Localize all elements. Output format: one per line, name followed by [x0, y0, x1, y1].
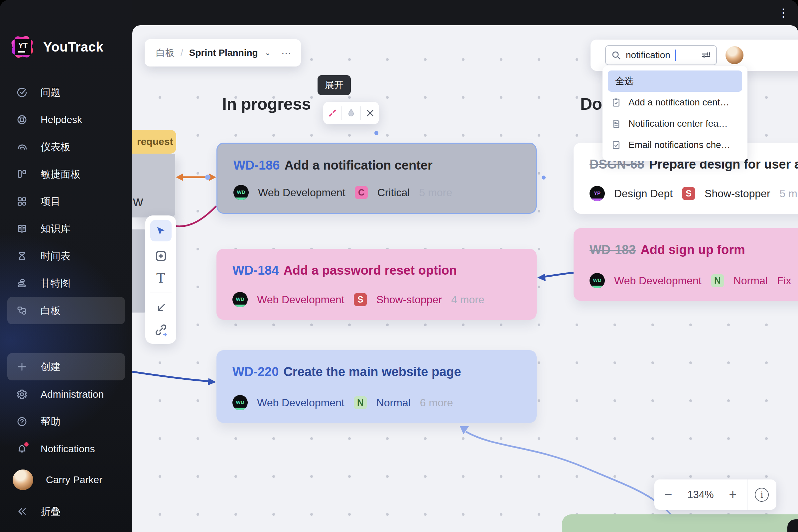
zoom-out-button[interactable]: −	[654, 487, 682, 502]
breadcrumb-current[interactable]: Sprint Planning	[189, 48, 258, 58]
filter-sliders-icon[interactable]	[701, 50, 711, 60]
sidebar-item-profile[interactable]: Carry Parker	[7, 466, 125, 493]
create-button[interactable]: 创建	[7, 353, 125, 380]
zoom-level: 134%	[682, 489, 719, 501]
hourglass-icon	[16, 250, 28, 262]
chevrons-left-icon	[16, 506, 28, 517]
sidebar-item-administration[interactable]: Administration	[7, 381, 125, 408]
logo-text: YouTrack	[43, 40, 103, 55]
sidebar-item-dashboards[interactable]: 仪表板	[7, 133, 125, 160]
tool-palette: T	[145, 215, 176, 344]
partial-green-card[interactable]	[562, 514, 798, 532]
youtrack-logo[interactable]: YT YouTrack	[10, 35, 103, 59]
youtrack-logo-icon: YT	[10, 35, 35, 59]
link-tool-button[interactable]	[150, 323, 172, 337]
breadcrumb-root[interactable]: 白板	[156, 46, 174, 59]
select-all-option[interactable]: 全选	[608, 71, 742, 92]
priority-badge: N	[354, 396, 367, 409]
issue-card-wd183[interactable]: WD-183Add sign up form WD Web Developmen…	[573, 228, 798, 301]
info-icon: i	[755, 488, 769, 502]
project-name: Web Development	[257, 397, 344, 409]
issue-id[interactable]: WD-184	[232, 263, 279, 277]
connector-tool-button[interactable]	[150, 301, 172, 315]
sidebar-item-help[interactable]: 帮助	[7, 408, 125, 435]
close-icon[interactable]	[361, 102, 379, 125]
search-result[interactable]: Add a notification cent…	[608, 92, 742, 113]
text-tool-button[interactable]: T	[150, 271, 172, 285]
notification-badge	[24, 442, 28, 446]
priority-label: Show-stopper	[376, 293, 442, 306]
project-name: Web Development	[258, 187, 345, 199]
link-icon	[154, 323, 168, 337]
zoom-in-button[interactable]: +	[719, 487, 747, 502]
whiteboard-canvas[interactable]: In progress Done request w	[132, 25, 798, 532]
search-result[interactable]: Notification center fea…	[608, 113, 742, 134]
issue-title: Add a password reset option	[283, 263, 457, 277]
color-droplet-button[interactable]	[342, 102, 360, 125]
chevron-down-icon[interactable]: ⌄	[265, 49, 271, 57]
priority-label: Critical	[377, 187, 410, 199]
issue-id[interactable]: WD-186	[233, 158, 280, 172]
info-button[interactable]: i	[747, 488, 777, 502]
sidebar-item-label: 时间表	[41, 249, 71, 263]
state-label[interactable]: Fix	[777, 274, 791, 287]
card-handle[interactable]	[542, 175, 546, 179]
sidebar-item-timesheets[interactable]: 时间表	[7, 242, 125, 270]
zoom-control: − 134% + i	[654, 479, 776, 510]
issue-id[interactable]: WD-183	[590, 243, 636, 257]
issue-card-wd184[interactable]: WD-184Add a password reset option WD Web…	[216, 249, 537, 320]
sidebar-item-label: Administration	[41, 389, 104, 400]
search-input[interactable]: notification	[605, 45, 717, 65]
sidebar-item-gantt[interactable]: 甘特图	[7, 270, 125, 297]
project-avatar: WD	[233, 185, 249, 200]
issue-id[interactable]: WD-220	[232, 365, 279, 379]
user-avatar	[13, 470, 33, 490]
search-query: notification	[626, 50, 670, 60]
more-options-icon[interactable]: ⋯	[281, 47, 292, 59]
priority-badge: S	[354, 293, 367, 306]
sidebar-item-whiteboards[interactable]: 白板	[7, 297, 125, 324]
help-circle-icon	[16, 416, 28, 428]
select-tool-button[interactable]	[150, 220, 172, 241]
text-tool-icon: T	[156, 271, 165, 285]
gauge-icon	[16, 141, 28, 153]
sidebar-item-projects[interactable]: 项目	[7, 188, 125, 215]
partial-card[interactable]: w	[132, 154, 175, 217]
text-caret	[675, 50, 676, 61]
sidebar-item-knowledge-base[interactable]: 知识库	[7, 215, 125, 242]
more-fields[interactable]: 5 more	[780, 188, 798, 200]
search-result[interactable]: Email notifications che…	[608, 134, 742, 156]
more-fields[interactable]: 5 more	[419, 187, 452, 199]
task-icon	[611, 140, 621, 150]
kebab-menu-icon[interactable]: ⋮	[777, 5, 790, 21]
breadcrumb: 白板 / Sprint Planning ⌄ ⋯	[145, 39, 301, 66]
issue-card-wd220[interactable]: WD-220Create the main website page WD We…	[216, 350, 537, 423]
sticky-tag-request[interactable]: request	[132, 130, 176, 154]
agile-board-icon	[16, 168, 28, 180]
sidebar-item-label: 甘特图	[41, 277, 71, 290]
more-fields[interactable]: 4 more	[451, 293, 484, 306]
breadcrumb-separator: /	[180, 48, 183, 58]
grid-icon	[16, 195, 28, 208]
arrow-down-left-icon	[154, 301, 168, 315]
sidebar-item-issues[interactable]: 问题	[7, 79, 125, 106]
sidebar-item-notifications[interactable]: Notifications	[7, 435, 125, 462]
search-icon	[611, 50, 621, 60]
add-card-tool-button[interactable]	[150, 249, 172, 263]
user-avatar[interactable]	[725, 46, 743, 64]
more-fields[interactable]: 6 more	[420, 397, 453, 409]
collapse-sidebar-button[interactable]: 折叠	[7, 498, 125, 525]
article-icon	[611, 119, 621, 129]
card-handle[interactable]	[374, 131, 378, 135]
partial-card-text: w	[133, 193, 143, 209]
bell-icon	[16, 443, 28, 455]
lifebuoy-icon	[16, 114, 28, 126]
issue-card-wd186[interactable]: WD-186Add a notification center WD Web D…	[216, 142, 537, 214]
expand-button[interactable]	[323, 102, 341, 125]
sidebar-item-agile-boards[interactable]: 敏捷面板	[7, 160, 125, 188]
gantt-icon	[16, 277, 28, 289]
user-name: Carry Parker	[46, 474, 102, 486]
search-result-label: Notification center fea…	[628, 118, 728, 129]
sidebar-item-helpdesk[interactable]: Helpdesk	[7, 106, 125, 133]
project-avatar: WD	[590, 273, 605, 288]
